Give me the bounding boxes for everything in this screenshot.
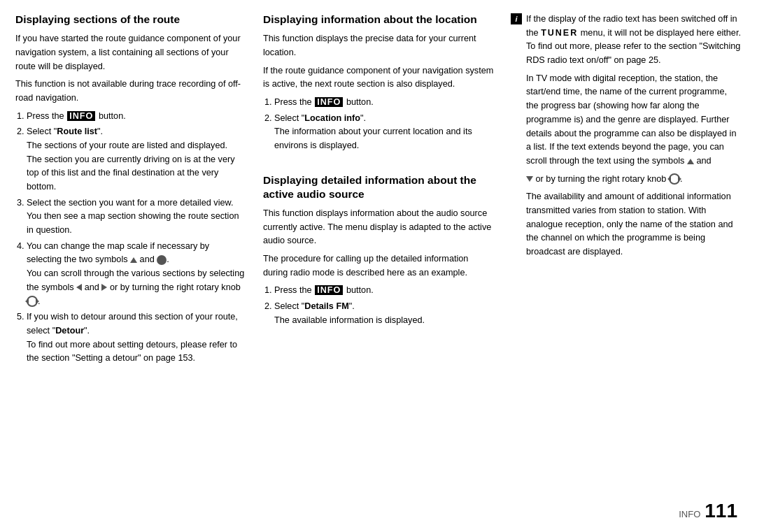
col2-s2-step1-after: button. [344,285,373,295]
step1-before: Press the [27,111,66,121]
col2-s2-step2-select: Select " [274,301,304,311]
col2-section2-title: Displaying detailed information about th… [263,173,494,201]
step1-after: button. [96,111,125,121]
page-footer: INFO 111 [679,500,737,522]
col2-s1-intro2: If the route guidance component of your … [263,64,494,92]
step4-and: and [137,254,157,264]
step5-end: ". [84,326,90,336]
col2-step1-before: Press the [274,97,314,107]
info-word-3: INFO [315,285,343,295]
rotary-icon [27,296,38,307]
col2-s2-step-2: Select "Details FM". The available infor… [274,300,494,327]
col2-s2-step2-sub: The available information is displayed. [274,315,425,325]
column-2: Displaying information about the locatio… [263,13,494,373]
step3-sub: You then see a map section showing the r… [27,211,239,235]
circle-icon [157,255,167,265]
col2-s2-step2-end: ". [349,301,355,311]
up-arrow-icon [130,257,137,263]
col1-intro: If you have started the route guidance c… [15,32,246,73]
tuner-word: TUNER [541,28,578,38]
step-4: You can change the map scale if necessar… [27,240,246,308]
down-arrow-icon [526,176,533,182]
step5-sub: To find out more about setting detours, … [27,340,237,364]
info-para-2: In TV mode with digital reception, the s… [526,72,742,168]
col2-step2-bold: Location info [304,113,360,123]
col2-section1-title: Displaying information about the locatio… [263,13,494,27]
step-2: Select "Route list". The sections of you… [27,125,246,194]
rotary-icon-2 [669,173,680,185]
col2-s2-step-1: Press the INFO button. [274,284,494,298]
col2-s2-step1-before: Press the [274,285,314,295]
col2-step2-select: Select " [274,113,304,123]
col2-s1-steps: Press the INFO button. Select "Location … [263,96,494,155]
col1-title: Displaying sections of the route [15,13,246,27]
col2-step-2: Select "Location info". The information … [274,112,494,153]
step-1: Press the INFO button. [27,110,246,124]
col2-step-1: Press the INFO button. [274,96,494,110]
info-word-2: INFO [315,97,343,107]
step3-text: Select the section you want for a more d… [27,198,234,208]
col2-s2-intro: This function displays information about… [263,207,494,248]
info-para-1: If the display of the radio text has bee… [526,13,742,68]
col1-intro2: This function is not available during tr… [15,78,246,105]
col2-s2-steps: Press the INFO button. Select "Details F… [263,284,494,329]
info-para-3: or by turning the right rotary knob . [526,173,742,187]
step4-period: . [167,254,169,264]
info-word-1: INFO [67,111,95,121]
col2-s2-intro2: The procedure for calling up the detaile… [263,252,494,280]
or-text: or by turning the right rotary knob [533,174,669,184]
step4-and2: and [82,282,101,292]
step2-end: ". [97,127,103,136]
step2-select: Select " [27,127,57,136]
step4-text: You can change the map scale if necessar… [27,241,209,265]
step2-bold: Route list [57,127,97,136]
footer-label: INFO [679,509,700,519]
step-5: If you wish to detour around this sectio… [27,310,246,366]
column-3: i If the display of the radio text has b… [511,13,742,373]
step-3: Select the section you want for a more d… [27,196,246,238]
col2-step2-end: ". [360,113,366,123]
col2-step2-sub: The information about your current locat… [274,127,472,150]
col2-s1-intro: This function displays the precise data … [263,32,494,59]
info-icon: i [511,13,522,24]
col2-s2-step2-bold: Details FM [304,301,348,311]
info-text: If the display of the radio text has bee… [526,13,742,264]
col1-steps: Press the INFO button. Select "Route lis… [15,110,246,368]
step4-or: or by turning the right rotary knob [107,282,240,292]
column-1: Displaying sections of the route If you … [15,13,246,373]
step2-sub: The sections of your route are listed an… [27,141,235,192]
up-arrow-icon-2 [687,159,694,164]
page-layout: Displaying sections of the route If you … [15,13,742,373]
info-para-4: The availability and amount of additiona… [526,190,742,259]
and-text: and [694,156,712,166]
info-box: i If the display of the radio text has b… [511,13,742,264]
footer-number: 111 [705,500,737,522]
col2-step1-after: button. [344,97,373,107]
step5-bold: Detour [55,326,84,336]
